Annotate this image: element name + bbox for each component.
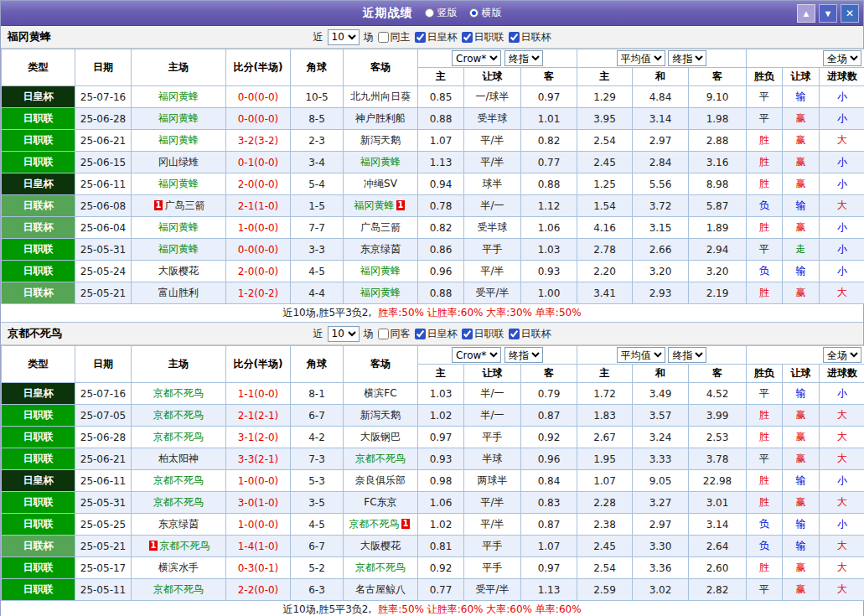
home-team-name[interactable]: 京都不死鸟 xyxy=(153,583,204,595)
handicap-result-cell: 输 xyxy=(783,514,820,536)
league-cup-filter[interactable]: 日联杯 xyxy=(509,30,551,44)
away-team-name[interactable]: 名古屋鲸八 xyxy=(355,583,406,595)
score-cell: 2-2(0-0) xyxy=(226,579,291,601)
emperor-cup-filter[interactable]: 日皇杯 xyxy=(415,327,458,341)
home-team-name[interactable]: 京都不死鸟 xyxy=(159,540,210,551)
europe-home-odds-cell: 1.72 xyxy=(577,383,633,405)
same-venue-label: 同主 xyxy=(391,30,411,44)
away-team-name[interactable]: 东京绿茵 xyxy=(360,243,401,255)
home-team-cell: 1京都不死鸟 xyxy=(132,536,226,557)
away-team-name[interactable]: 大阪钢巴 xyxy=(360,431,401,443)
league-cup-checkbox[interactable] xyxy=(509,329,520,339)
europe-draw-odds-cell: 9.05 xyxy=(633,470,689,492)
j1-league-checkbox[interactable] xyxy=(462,32,473,43)
home-team-name[interactable]: 京都不死鸟 xyxy=(153,387,204,399)
radio-vertical-layout[interactable]: 竖版 xyxy=(425,6,458,20)
emperor-cup-filter[interactable]: 日皇杯 xyxy=(415,30,458,44)
handicap-result-cell: 赢 xyxy=(783,492,820,514)
radio-horizontal-layout[interactable]: 横版 xyxy=(469,6,502,20)
handicap-result-cell: 输 xyxy=(783,536,820,557)
corner-cell: 3-3 xyxy=(291,239,344,261)
home-team-name[interactable]: 京都不死鸟 xyxy=(153,431,204,443)
league-cup-checkbox[interactable] xyxy=(509,32,520,43)
away-team-name[interactable]: 福冈黄蜂 xyxy=(360,287,401,298)
europe-final-select[interactable]: 终指 xyxy=(668,50,706,66)
home-team-name[interactable]: 东京绿茵 xyxy=(158,518,199,530)
scroll-up-button[interactable]: ▲ xyxy=(797,4,815,23)
handicap-result-cell: 赢 xyxy=(783,579,820,601)
away-team-name[interactable]: 福冈黄蜂 xyxy=(354,199,395,211)
j1-league-filter[interactable]: 日职联 xyxy=(462,30,504,44)
home-team-name[interactable]: 大阪樱花 xyxy=(158,265,199,277)
home-team-name[interactable]: 福冈黄蜂 xyxy=(158,178,199,189)
away-team-name[interactable]: 神户胜利船 xyxy=(355,112,406,124)
scroll-down-button[interactable]: ▼ xyxy=(819,4,837,23)
same-venue-filter[interactable]: 同主 xyxy=(378,30,411,44)
j1-league-label: 日职联 xyxy=(474,327,504,341)
europe-home-odds-cell: 1.25 xyxy=(577,173,633,195)
home-team-name[interactable]: 京都不死鸟 xyxy=(153,409,204,421)
europe-home-odds-cell: 2.78 xyxy=(577,239,633,261)
away-team-name[interactable]: 京都不死鸟 xyxy=(355,453,406,464)
goals-result-cell: 小 xyxy=(820,86,864,108)
odds-source-select[interactable]: Crow* xyxy=(452,50,501,66)
home-team-name[interactable]: 广岛三箭 xyxy=(164,199,204,211)
away-team-name[interactable]: 福冈黄蜂 xyxy=(360,156,401,168)
home-team-name[interactable]: 柏太阳神 xyxy=(158,453,199,464)
j1-league-filter[interactable]: 日职联 xyxy=(462,327,504,341)
handicap-away-odds-cell: 1.12 xyxy=(521,195,577,217)
home-team-name[interactable]: 京都不死鸟 xyxy=(153,496,204,508)
away-team-name[interactable]: 横滨FC xyxy=(364,387,396,399)
handicap-home-odds-cell: 0.82 xyxy=(418,217,464,239)
same-venue-checkbox[interactable] xyxy=(378,32,389,43)
away-team-name[interactable]: 大阪樱花 xyxy=(360,540,401,551)
europe-final-select[interactable]: 终指 xyxy=(668,347,706,363)
recent-count-select[interactable]: 10 xyxy=(328,326,360,342)
odds-final-select[interactable]: 终指 xyxy=(504,50,543,66)
emperor-cup-checkbox[interactable] xyxy=(415,329,426,339)
handicap-away-odds-cell: 0.88 xyxy=(521,173,577,195)
home-team-cell: 京都不死鸟 xyxy=(132,405,226,427)
away-team-name[interactable]: 新泻天鹅 xyxy=(360,134,401,146)
home-team-name[interactable]: 福冈黄蜂 xyxy=(158,243,199,255)
handicap-line-cell: 受半球 xyxy=(464,217,521,239)
summary-rates: 胜率:50% 让胜率:60% 大率:30% 单率:50% xyxy=(378,306,581,320)
away-team-name[interactable]: 新泻天鹅 xyxy=(360,409,401,421)
league-cup-filter[interactable]: 日联杯 xyxy=(509,327,551,341)
close-button[interactable]: ✕ xyxy=(841,4,859,23)
same-venue-filter[interactable]: 同客 xyxy=(378,327,411,341)
home-team-name[interactable]: 福冈黄蜂 xyxy=(158,134,199,146)
recent-count-select[interactable]: 10 xyxy=(328,29,360,45)
away-team-name[interactable]: 京都不死鸟 xyxy=(355,562,406,573)
home-team-name[interactable]: 福冈黄蜂 xyxy=(158,112,199,124)
away-team-name[interactable]: 福冈黄蜂 xyxy=(360,265,401,277)
odds-final-select[interactable]: 终指 xyxy=(504,347,543,363)
goals-result-cell: 大 xyxy=(820,448,864,470)
odds-source-select[interactable]: Crow* xyxy=(452,347,501,363)
home-team-name[interactable]: 福冈黄蜂 xyxy=(158,91,199,102)
match-row: 日职联25-05-24大阪樱花2-0(0-0)4-5福冈黄蜂0.96平/半0.9… xyxy=(2,261,864,282)
full-match-select[interactable]: 全场 xyxy=(823,50,861,66)
league-type-cell: 日职联 xyxy=(2,405,75,427)
away-team-name[interactable]: 奈良俱乐部 xyxy=(355,474,406,486)
handicap-line-cell: 球半 xyxy=(464,173,521,195)
home-team-name[interactable]: 福冈黄蜂 xyxy=(158,221,199,233)
team-name: 京都不死鸟 xyxy=(8,326,62,341)
full-match-select[interactable]: 全场 xyxy=(823,347,861,363)
away-team-name[interactable]: 广岛三箭 xyxy=(360,221,401,233)
j1-league-checkbox[interactable] xyxy=(462,329,473,339)
home-team-name[interactable]: 富山胜利 xyxy=(158,287,199,298)
handicap-line-cell: 平/半 xyxy=(464,514,521,536)
away-team-name[interactable]: 京都不死鸟 xyxy=(349,518,400,530)
handicap-result-cell: 赢 xyxy=(783,130,820,152)
home-team-name[interactable]: 京都不死鸟 xyxy=(153,474,204,486)
home-team-name[interactable]: 横滨水手 xyxy=(158,562,199,573)
emperor-cup-checkbox[interactable] xyxy=(415,32,426,43)
average-odds-select[interactable]: 平均值 xyxy=(617,50,665,66)
away-team-name[interactable]: 北九州向日葵 xyxy=(350,91,411,102)
average-odds-select[interactable]: 平均值 xyxy=(617,347,665,363)
away-team-name[interactable]: FC东京 xyxy=(364,496,396,508)
home-team-name[interactable]: 冈山绿雉 xyxy=(158,156,199,168)
same-venue-checkbox[interactable] xyxy=(378,329,389,339)
away-team-name[interactable]: 冲绳SV xyxy=(364,178,397,189)
